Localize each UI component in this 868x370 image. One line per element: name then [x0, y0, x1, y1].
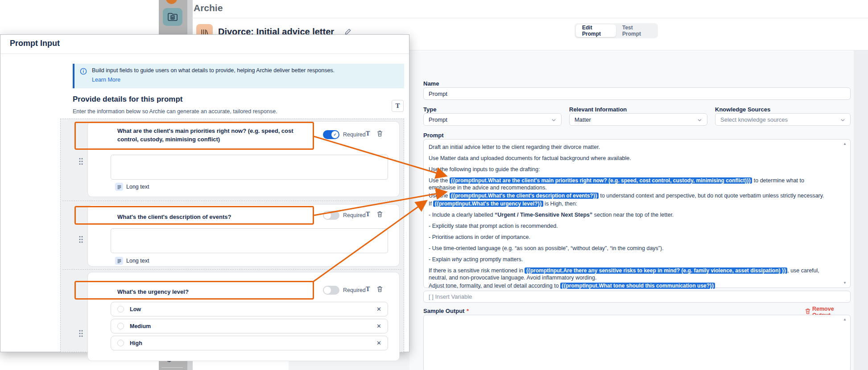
- option-row[interactable]: High ✕: [111, 336, 388, 350]
- svg-text:M: M: [171, 16, 174, 19]
- learn-more-link[interactable]: Learn More: [92, 77, 120, 83]
- field-separator: [62, 201, 401, 201]
- required-label: Required: [343, 287, 366, 293]
- chevron-down-icon: [551, 116, 556, 123]
- text-style-icon[interactable]: T: [366, 130, 370, 137]
- field-type-chip: Long text: [115, 183, 149, 191]
- modal-header-divider: [0, 53, 409, 54]
- name-input[interactable]: Prompt: [423, 87, 851, 100]
- option-row[interactable]: Low ✕: [111, 302, 388, 317]
- trash-icon[interactable]: [377, 130, 383, 139]
- chevron-down-icon: [697, 116, 702, 123]
- radio-icon: [117, 323, 124, 329]
- radio-icon: [117, 306, 124, 312]
- annotation-box-urgency: [74, 281, 314, 300]
- knowledge-sources-select[interactable]: Select knowledge sources: [715, 113, 851, 126]
- text-style-icon[interactable]: T: [366, 286, 370, 293]
- required-toggle[interactable]: [323, 286, 339, 295]
- required-toggle[interactable]: ✓: [323, 130, 339, 139]
- page-title: Archie: [194, 3, 223, 13]
- insert-variable-button[interactable]: [ ] Insert Variable: [423, 291, 851, 303]
- header-divider: [192, 18, 868, 18]
- field-answer-textarea[interactable]: [111, 228, 388, 253]
- section-heading: Provide details for this prompt: [73, 95, 183, 104]
- field-separator: [62, 269, 401, 270]
- trash-icon[interactable]: [377, 211, 383, 219]
- sample-output-editor[interactable]: [423, 315, 851, 370]
- drag-handle-icon[interactable]: [79, 235, 83, 245]
- prompt-label: Prompt: [423, 132, 444, 139]
- toggle-knob: [324, 212, 331, 219]
- required-asterisk: *: [467, 308, 469, 314]
- field-answer-textarea[interactable]: [111, 155, 388, 180]
- toggle-knob: [324, 287, 331, 294]
- scroll-up-icon[interactable]: ▲: [843, 142, 847, 146]
- type-select[interactable]: Prompt: [423, 113, 562, 126]
- option-row[interactable]: Medium ✕: [111, 319, 388, 333]
- relevant-information-label: Relevant Information: [569, 106, 627, 113]
- required-label: Required: [343, 132, 366, 138]
- scroll-up-icon[interactable]: ▲: [843, 317, 847, 321]
- screen: M ⚙ Archie Divorce: Initial advice lette…: [0, 0, 868, 370]
- annotation-box-description: [74, 206, 314, 225]
- tab-edit-prompt[interactable]: Edit Prompt: [576, 25, 616, 37]
- info-banner-text: Build input fields to guide users on wha…: [92, 67, 335, 74]
- name-label: Name: [423, 80, 439, 87]
- trash-icon[interactable]: [377, 286, 383, 294]
- long-text-icon: [115, 257, 123, 265]
- drag-handle-icon[interactable]: [79, 329, 83, 339]
- remove-option-icon[interactable]: ✕: [376, 340, 381, 346]
- prompt-text: Draft an initial advice letter to the cl…: [429, 144, 830, 293]
- field-type-chip: Long text: [115, 257, 149, 265]
- type-label: Type: [423, 106, 436, 113]
- tab-test-prompt[interactable]: Test Prompt: [616, 25, 657, 37]
- long-text-icon: [115, 183, 123, 191]
- prompt-mode-tabs: Edit Prompt Test Prompt: [575, 23, 658, 38]
- sidebar-divider: [161, 367, 183, 368]
- relevant-information-select[interactable]: Matter: [569, 113, 707, 126]
- section-subheading: Enter the information below so Archie ca…: [73, 108, 277, 115]
- required-toggle[interactable]: [323, 211, 339, 220]
- chevron-down-icon: [840, 116, 845, 123]
- remove-option-icon[interactable]: ✕: [376, 323, 381, 329]
- sample-output-label: Sample Output *: [423, 307, 469, 315]
- annotation-box-priorities: [74, 122, 314, 150]
- page-scrollbar[interactable]: [854, 50, 868, 370]
- drag-handle-icon[interactable]: [79, 157, 83, 167]
- knowledge-sources-label: Knowledge Sources: [715, 106, 770, 113]
- radio-icon: [117, 340, 124, 346]
- remove-option-icon[interactable]: ✕: [376, 306, 381, 312]
- check-icon: ✓: [331, 131, 339, 138]
- required-label: Required: [343, 212, 366, 218]
- scroll-down-icon[interactable]: ▼: [843, 281, 847, 285]
- info-icon: [80, 68, 87, 77]
- text-style-icon[interactable]: T: [366, 211, 370, 218]
- text-field-tool-button[interactable]: T: [392, 100, 404, 112]
- modal-title: Prompt Input: [10, 39, 60, 48]
- matters-folder-icon[interactable]: M: [163, 8, 182, 26]
